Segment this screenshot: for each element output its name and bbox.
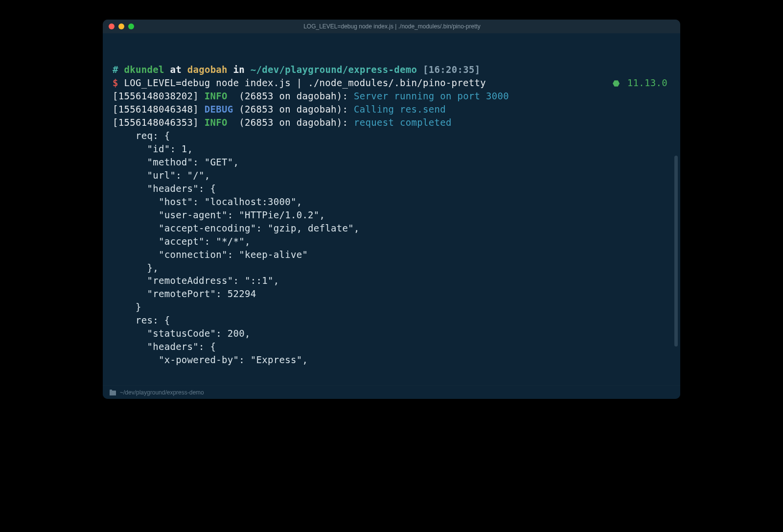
statusbar-path: ~/dev/playground/express-demo [120, 389, 204, 396]
log-context: (26853 on dagobah): [239, 91, 348, 101]
node-version: 11.13.0 [627, 77, 668, 88]
log-message: request completed [354, 117, 452, 128]
log-message: Calling res.send [354, 104, 446, 115]
log-lines: [1556148038202] INFO (26853 on dagobah):… [113, 90, 670, 129]
prompt-host: dagobah [187, 64, 228, 75]
node-version-badge: 11.13.0 [613, 76, 670, 90]
log-context: (26853 on dagobah): [239, 104, 348, 115]
titlebar: LOG_LEVEL=debug node index.js | ./node_m… [103, 20, 680, 33]
terminal-output[interactable]: # dkundel at dagobah in ~/dev/playground… [103, 33, 680, 385]
prompt-path: ~/dev/playground/express-demo [251, 64, 417, 75]
statusbar: ~/dev/playground/express-demo [103, 385, 680, 399]
folder-icon [110, 391, 116, 395]
log-message: Server running on port 3000 [354, 91, 509, 101]
log-timestamp: [1556148038202] [113, 91, 199, 101]
prompt-command: LOG_LEVEL=debug node index.js | ./node_m… [124, 77, 486, 88]
log-level: DEBUG [205, 104, 233, 115]
log-level: INFO [205, 91, 228, 101]
log-level: INFO [205, 117, 228, 128]
prompt-hash: # [113, 64, 118, 75]
scrollbar[interactable] [674, 156, 678, 347]
window-title: LOG_LEVEL=debug node index.js | ./node_m… [110, 23, 674, 30]
log-timestamp: [1556148046348] [113, 104, 199, 115]
json-body: req: { "id": 1, "method": "GET", "url": … [113, 129, 670, 367]
prompt-user: dkundel [124, 64, 164, 75]
prompt-in: in [233, 64, 245, 75]
log-timestamp: [1556148046353] [113, 117, 199, 128]
prompt-at: at [170, 64, 181, 75]
prompt-time: [16:20:35] [423, 64, 480, 75]
log-context: (26853 on dagobah): [239, 117, 348, 128]
hexagon-icon [613, 80, 620, 87]
terminal-window: LOG_LEVEL=debug node index.js | ./node_m… [103, 20, 680, 399]
prompt-dollar: $ [113, 77, 118, 88]
command-line: $ LOG_LEVEL=debug node index.js | ./node… [113, 76, 670, 90]
